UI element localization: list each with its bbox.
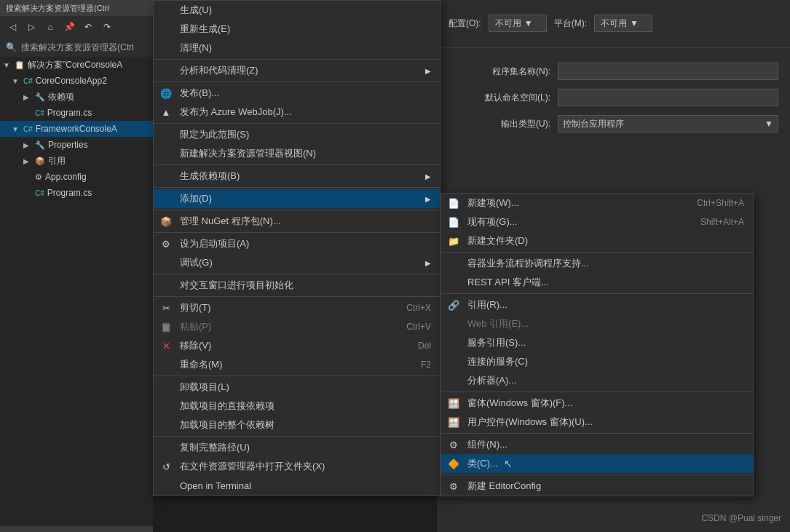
solution-label: 解决方案"CoreConsoleA xyxy=(28,59,122,71)
menu-publish-azure[interactable]: ▲ 发布为 Azure WebJob(J)... xyxy=(154,103,440,122)
toolbar-redo[interactable]: ↷ xyxy=(99,19,115,35)
horizontal-scrollbar[interactable] xyxy=(0,526,153,532)
arrow-icon: ▼ xyxy=(3,61,15,69)
output-type-dropdown[interactable]: 控制台应用程序 ▼ xyxy=(558,115,778,132)
menu-analyze[interactable]: 分析和代码清理(Z) ▶ xyxy=(154,61,440,80)
menu-init-interop[interactable]: 对交互窗口进行项目初始化 xyxy=(154,276,440,295)
submenu-reference[interactable]: 🔗 引用(R)... xyxy=(441,295,753,314)
submenu-new-item[interactable]: 📄 新建项(W)... Ctrl+Shift+A xyxy=(441,194,753,213)
menu-manage-nuget[interactable]: 📦 管理 NuGet 程序包(N)... xyxy=(154,212,440,231)
menu-remove[interactable]: ✕ 移除(V) Del xyxy=(154,336,440,355)
menu-debug-label: 调试(G) xyxy=(180,256,213,269)
submenu-class[interactable]: 🔶 类(C)... ↖ xyxy=(441,454,753,473)
search-bar[interactable]: 🔍 搜索解决方案资源管理器(Ctrl xyxy=(0,38,153,57)
menu-cut[interactable]: ✂ 剪切(T) Ctrl+X xyxy=(154,298,440,317)
submenu-component[interactable]: ⚙ 组件(N)... xyxy=(441,435,753,454)
search-placeholder: 搜索解决方案资源管理器(Ctrl xyxy=(21,41,134,54)
user-control-icon: 🪟 xyxy=(447,416,460,429)
tree-item-appconfig[interactable]: ▶ ⚙ App.config xyxy=(0,169,153,185)
menu-scope[interactable]: 限定为此范围(S) xyxy=(154,125,440,144)
menu-clean[interactable]: 清理(N) xyxy=(154,39,440,57)
sep-8 xyxy=(154,274,440,274)
menu-add[interactable]: 添加(D) ▶ xyxy=(154,189,440,208)
properties-label: Properties xyxy=(48,140,88,150)
sub-sep-2 xyxy=(441,293,753,294)
platform-dropdown[interactable]: 不可用 ▼ xyxy=(594,15,652,32)
submenu-arrow-add: ▶ xyxy=(425,195,431,203)
tree-item-program1[interactable]: ▶ C# Program.cs xyxy=(0,105,153,121)
config-label: 配置(O): xyxy=(449,17,481,30)
menu-build-label: 生成(U) xyxy=(180,4,212,17)
cs-icon: C# xyxy=(35,109,44,117)
menu-set-startup[interactable]: ⚙ 设为启动项目(A) xyxy=(154,234,440,253)
solution-explorer: ▼ 📋 解决方案"CoreConsoleA ▼ C# CoreConsoleAp… xyxy=(0,57,153,532)
sep-11 xyxy=(154,436,440,437)
menu-open-folder[interactable]: ↺ 在文件资源管理器中打开文件夹(X) xyxy=(154,457,440,476)
framework-label: FrameworkConsoleA xyxy=(36,124,117,134)
submenu-connected-svc[interactable]: 连接的服务(C) xyxy=(441,352,753,371)
sep-7 xyxy=(154,232,440,233)
menu-rename-label: 重命名(M) xyxy=(180,358,223,371)
sub-sep-1 xyxy=(441,252,753,253)
submenu-user-control-label: 用户控件(Windows 窗体)(U)... xyxy=(467,416,593,429)
menu-set-startup-label: 设为启动项目(A) xyxy=(180,237,249,250)
existing-item-shortcut: Shift+Alt+A xyxy=(700,217,744,227)
menu-load-direct[interactable]: 加载项目的直接依赖项 xyxy=(154,397,440,416)
namespace-row: 默认命名空间(L): CoreConsoleApp2 xyxy=(449,89,778,106)
output-type-chevron: ▼ xyxy=(765,119,773,129)
submenu-new-editorconfig-label: 新建 EditorConfig xyxy=(467,480,541,493)
toolbar-undo[interactable]: ↶ xyxy=(80,19,96,35)
menu-new-solview[interactable]: 新建解决方案资源管理器视图(N) xyxy=(154,144,440,163)
tree-item-references[interactable]: ▶ 📦 引用 xyxy=(0,153,153,169)
tree-item-deps[interactable]: ▶ 🔧 依赖项 xyxy=(0,89,153,105)
menu-rebuild[interactable]: 重新生成(E) xyxy=(154,20,440,39)
toolbar-forward[interactable]: ▷ xyxy=(23,19,39,35)
menu-build-deps[interactable]: 生成依赖项(B) ▶ xyxy=(154,167,440,186)
watermark-text: CSDN @Pual singer xyxy=(701,513,781,523)
menu-unload[interactable]: 卸载项目(L) xyxy=(154,378,440,397)
menu-copy-path[interactable]: 复制完整路径(U) xyxy=(154,438,440,457)
namespace-input[interactable]: CoreConsoleApp2 xyxy=(558,89,778,106)
menu-build[interactable]: 生成(U) xyxy=(154,1,440,20)
tree-item-framework[interactable]: ▼ C# FrameworkConsoleA xyxy=(0,121,153,137)
submenu-web-ref[interactable]: Web 引用(E)... xyxy=(441,314,753,333)
toolbar-pin[interactable]: 📌 xyxy=(61,19,77,35)
menu-new-solview-label: 新建解决方案资源管理器视图(N) xyxy=(180,147,316,160)
menu-publish[interactable]: 🌐 发布(B)... xyxy=(154,84,440,103)
submenu-new-folder[interactable]: 📁 新建文件夹(D) xyxy=(441,231,753,250)
menu-open-terminal[interactable]: Open in Terminal xyxy=(154,476,440,495)
assembly-input[interactable]: App2 xyxy=(558,63,778,80)
submenu-windows-form[interactable]: 🪟 窗体(Windows 窗体)(F)... xyxy=(441,394,753,413)
reference-icon: 🔗 xyxy=(447,298,460,311)
menu-remove-label: 移除(V) xyxy=(180,339,211,352)
program2-label: Program.cs xyxy=(47,188,92,198)
submenu-service-ref[interactable]: 服务引用(S)... xyxy=(441,333,753,352)
submenu-user-control[interactable]: 🪟 用户控件(Windows 窗体)(U)... xyxy=(441,413,753,432)
config-dropdown[interactable]: 不可用 ▼ xyxy=(489,15,547,32)
menu-add-label: 添加(D) xyxy=(180,192,212,205)
cursor-indicator: ↖ xyxy=(504,458,513,469)
deps-label: 依赖项 xyxy=(48,91,74,103)
menu-load-direct-label: 加载项目的直接依赖项 xyxy=(180,400,274,413)
submenu-rest-api[interactable]: REST API 客户端... xyxy=(441,273,753,292)
toolbar-back[interactable]: ◁ xyxy=(4,19,20,35)
submenu-analyzer[interactable]: 分析器(A)... xyxy=(441,371,753,390)
tree-item-properties[interactable]: ▶ 🔧 Properties xyxy=(0,137,153,153)
submenu-container-svc[interactable]: 容器业务流程协调程序支持... xyxy=(441,254,753,273)
tree-item-solution[interactable]: ▼ 📋 解决方案"CoreConsoleA xyxy=(0,57,153,73)
menu-load-all[interactable]: 加载项目的整个依赖树 xyxy=(154,416,440,434)
menu-paste[interactable]: 📋 粘贴(P) Ctrl+V xyxy=(154,317,440,336)
submenu-container-svc-label: 容器业务流程协调程序支持... xyxy=(467,257,589,270)
toolbar-home[interactable]: ⌂ xyxy=(42,19,58,35)
menu-cut-label: 剪切(T) xyxy=(180,301,211,314)
add-submenu: 📄 新建项(W)... Ctrl+Shift+A 📄 现有项(G)... Shi… xyxy=(441,193,754,496)
menu-debug[interactable]: 调试(G) ▶ xyxy=(154,253,440,272)
tree-item-coreapp[interactable]: ▼ C# CoreConsoleApp2 xyxy=(0,73,153,89)
submenu-new-editorconfig[interactable]: ⚙ 新建 EditorConfig xyxy=(441,477,753,496)
windows-form-icon: 🪟 xyxy=(447,397,460,410)
menu-rename[interactable]: 重命名(M) F2 xyxy=(154,355,440,374)
submenu-existing-item[interactable]: 📄 现有项(G)... Shift+Alt+A xyxy=(441,213,753,231)
output-type-row: 输出类型(U): 控制台应用程序 ▼ xyxy=(449,115,778,132)
nuget-icon: 📦 xyxy=(159,215,173,228)
tree-item-program2[interactable]: ▶ C# Program.cs xyxy=(0,185,153,201)
